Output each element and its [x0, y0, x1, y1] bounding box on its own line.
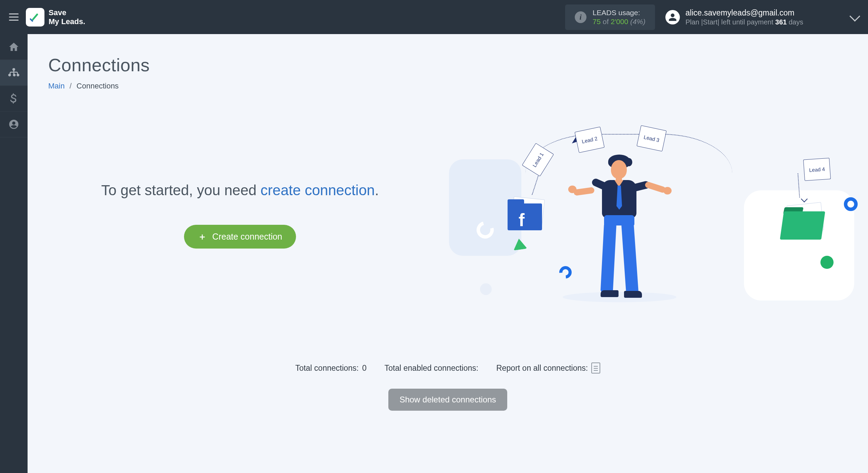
account-plan: Plan |Start| left until payment 361 days [685, 18, 803, 26]
sidebar [0, 34, 28, 473]
empty-state-text: To get started, you need create connecti… [48, 180, 432, 201]
sidebar-item-billing[interactable] [0, 86, 28, 112]
usage-label: LEADS usage: [593, 9, 645, 17]
main-content: Connections Main / Connections To get st… [28, 34, 868, 473]
stat-enabled-connections: Total enabled connections: [385, 364, 478, 373]
logo-mark-icon [26, 8, 44, 27]
usage-value: 75 of 2'000 (4%) [593, 18, 645, 26]
hamburger-menu-icon[interactable] [5, 9, 22, 26]
breadcrumb-current: Connections [76, 82, 119, 90]
lead-card-4: Lead 4 [803, 158, 831, 181]
account-widget[interactable]: alice.savemyleads@gmail.com Plan |Start|… [665, 8, 858, 26]
sidebar-item-account[interactable] [0, 112, 28, 137]
sidebar-item-connections[interactable] [0, 60, 28, 86]
document-icon[interactable] [591, 362, 600, 374]
topbar: Save My Leads. i LEADS usage: 75 of 2'00… [0, 0, 868, 34]
stats-row: Total connections: 0 Total enabled conne… [48, 362, 847, 374]
breadcrumb: Main / Connections [48, 82, 847, 91]
brand-logo[interactable]: Save My Leads. [26, 8, 85, 27]
brand-name: Save My Leads. [49, 8, 85, 26]
destination-folder-icon [782, 206, 827, 240]
sidebar-item-home[interactable] [0, 34, 28, 60]
illustration: f Lead 1 Lead 2 Lead 3 Lead 4 [446, 122, 861, 307]
avatar-icon [665, 10, 680, 24]
show-deleted-connections-button[interactable]: Show deleted connections [388, 389, 507, 411]
account-email: alice.savemyleads@gmail.com [685, 8, 803, 18]
stat-total-connections: Total connections: 0 [295, 364, 367, 373]
create-connection-button[interactable]: ＋ Create connection [184, 225, 296, 249]
chevron-down-icon[interactable] [849, 11, 860, 21]
stat-report: Report on all connections: [496, 362, 600, 374]
facebook-folder-icon: f [508, 197, 545, 230]
breadcrumb-main[interactable]: Main [48, 82, 65, 90]
create-connection-link[interactable]: create connection [261, 182, 375, 198]
info-icon: i [575, 11, 586, 23]
plus-icon: ＋ [198, 232, 207, 241]
page-title: Connections [48, 55, 847, 75]
person-illustration [583, 153, 659, 301]
usage-widget[interactable]: i LEADS usage: 75 of 2'000 (4%) [565, 4, 655, 30]
